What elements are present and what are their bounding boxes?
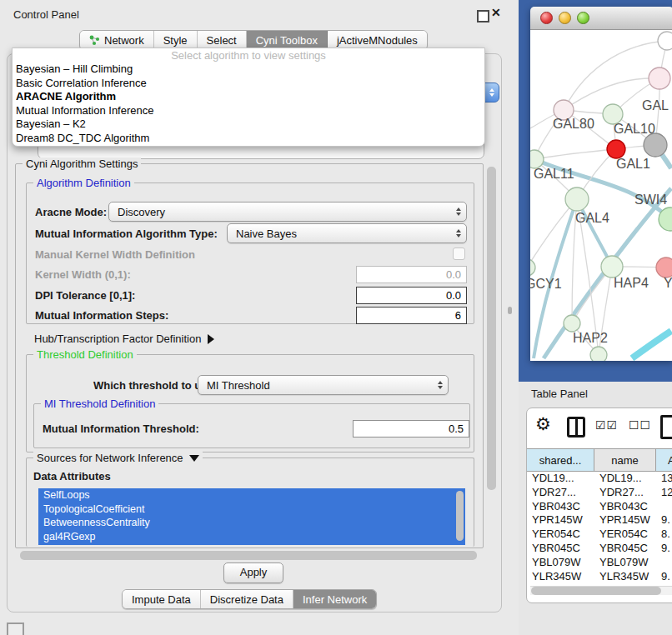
tab-style[interactable]: Style xyxy=(154,31,198,49)
settings-horizontal-scrollbar[interactable] xyxy=(15,551,482,560)
network-node[interactable] xyxy=(590,347,607,361)
table-row[interactable]: YBR045CYBR045C9. xyxy=(527,542,672,556)
network-canvas[interactable]: GALGAL80GAL10GAL1GAL11SWI4GAL4GCY1HAP4YH… xyxy=(530,30,672,361)
mi-threshold-field[interactable]: 0.5 xyxy=(353,420,469,438)
which-threshold-combobox[interactable]: MI Threshold xyxy=(198,375,449,395)
network-node-gal11[interactable] xyxy=(530,150,544,168)
table-cell: YER054C xyxy=(594,528,656,542)
algorithm-dropdown-placeholder: Select algorithm to view settings xyxy=(13,48,484,62)
table-row[interactable]: YER054CYER054C8. xyxy=(527,528,672,542)
attribute-list-item[interactable]: TopologicalCoefficient xyxy=(38,502,465,517)
tab-discretize-data[interactable]: Discretize Data xyxy=(201,590,293,608)
network-node-gal4[interactable] xyxy=(565,188,589,211)
table-row[interactable]: YBR043CYBR043C xyxy=(527,500,672,514)
settings-vertical-scrollbar[interactable] xyxy=(487,163,496,548)
node-label: GCY1 xyxy=(530,277,562,291)
algorithm-option[interactable]: Dream8 DC_TDC Algorithm xyxy=(13,132,484,146)
minimize-window-icon[interactable] xyxy=(559,12,571,24)
table-cell: 9 xyxy=(656,583,672,584)
checked-checkboxes-icon[interactable]: ☑☑ xyxy=(595,418,618,432)
aracne-mode-combobox[interactable]: Discovery xyxy=(108,202,467,222)
table-row[interactable]: YDR27...YDR27...12 xyxy=(527,486,672,500)
table-horizontal-scrollbar[interactable] xyxy=(530,586,672,595)
algorithm-option[interactable]: Mutual Information Inference xyxy=(13,104,484,118)
tab-infer-network[interactable]: Infer Network xyxy=(293,590,376,608)
aracne-mode-label: Aracne Mode: xyxy=(35,206,107,218)
network-node-hap4[interactable] xyxy=(601,256,623,278)
export-table-icon[interactable] xyxy=(660,415,672,439)
table-cell: 9. xyxy=(656,570,672,584)
network-node-hap2[interactable] xyxy=(564,315,580,332)
mi-threshold-definition-title: MI Threshold Definition xyxy=(41,398,158,410)
network-node[interactable] xyxy=(658,32,672,50)
dpi-tolerance-field[interactable]: 0.0 xyxy=(356,287,467,304)
mi-steps-field[interactable]: 6 xyxy=(356,307,467,324)
table-cell: YIL052C xyxy=(527,583,594,584)
float-window-icon[interactable] xyxy=(477,10,489,22)
hub-definition-expander[interactable]: Hub/Transcription Factor Definition xyxy=(34,332,214,345)
kernel-width-field[interactable]: 0.0 xyxy=(356,266,467,283)
algorithm-option-list: Bayesian – Hill ClimbingBasic Correlatio… xyxy=(13,62,484,145)
manual-kernel-width-checkbox[interactable] xyxy=(453,248,465,260)
table-row[interactable]: YPR145WYPR145W9. xyxy=(527,513,672,528)
network-node-gal1[interactable] xyxy=(607,140,625,158)
table-cell xyxy=(656,556,672,570)
algorithm-option[interactable]: Bayesian – K2 xyxy=(13,118,484,132)
network-edge[interactable] xyxy=(632,331,671,358)
unchecked-checkboxes-icon[interactable]: ☐☐ xyxy=(629,418,651,432)
tab-network[interactable]: Network xyxy=(80,31,154,49)
table-row[interactable]: YBL079WYBL079W xyxy=(527,556,672,570)
network-node[interactable] xyxy=(644,133,667,157)
algorithm-dropdown-popup: Select algorithm to view settings Bayesi… xyxy=(12,48,485,147)
network-edge[interactable] xyxy=(534,149,616,159)
algorithm-option[interactable]: Basic Correlation Inference xyxy=(13,77,484,91)
close-window-icon[interactable] xyxy=(540,12,553,24)
mi-algorithm-type-combobox[interactable]: Naive Bayes xyxy=(227,223,467,243)
attributes-scrollbar[interactable] xyxy=(456,491,464,541)
node-label: GAL80 xyxy=(553,117,594,131)
manual-kernel-width-label: Manual Kernel Width Definition xyxy=(35,248,195,261)
combo-arrows-icon xyxy=(456,229,461,238)
table-cell: YDL19... xyxy=(527,472,594,486)
column-header-name[interactable]: name xyxy=(594,448,656,472)
table-cell: YLR345W xyxy=(594,570,656,584)
algorithm-option[interactable]: Bayesian – Hill Climbing xyxy=(13,62,484,77)
tab-select[interactable]: Select xyxy=(198,31,247,49)
mi-algorithm-type-label: Mutual Information Algorithm Type: xyxy=(35,228,218,240)
column-header-shared-name[interactable]: shared... xyxy=(527,448,594,472)
table-cell: YPR145W xyxy=(594,513,656,528)
network-window-titlebar[interactable] xyxy=(530,7,672,30)
apply-button[interactable]: Apply xyxy=(223,562,283,583)
tab-cyni-toolbox[interactable]: Cyni Toolbox xyxy=(247,31,328,49)
network-node-gcy1[interactable] xyxy=(530,259,535,276)
algorithm-combobox-arrows-icon[interactable] xyxy=(484,82,499,102)
network-node-y[interactable] xyxy=(656,258,672,278)
close-icon[interactable]: ✕ xyxy=(491,6,501,19)
algorithm-option[interactable]: ARACNE Algorithm xyxy=(13,90,484,104)
gear-icon[interactable]: ⚙ xyxy=(535,413,551,435)
tab-impute-data[interactable]: Impute Data xyxy=(123,590,201,608)
table-row[interactable]: YLR345WYLR345W9. xyxy=(527,570,672,584)
splitter-handle[interactable] xyxy=(508,307,512,314)
cyni-bottom-tabbar: Impute Data Discretize Data Infer Networ… xyxy=(122,589,377,609)
attribute-list-item[interactable]: SelfLoops xyxy=(38,488,465,502)
tab-jactivemnodules[interactable]: jActiveMNodules xyxy=(328,31,427,49)
data-attributes-list[interactable]: SelfLoopsTopologicalCoefficientBetweenne… xyxy=(38,488,465,545)
attribute-list-item[interactable]: BetweennessCentrality xyxy=(38,516,465,530)
kernel-width-label: Kernel Width (0,1): xyxy=(35,268,131,281)
show-columns-icon[interactable] xyxy=(567,417,585,438)
expand-right-icon xyxy=(208,334,214,344)
table-row[interactable]: YIL052CYIL052C9 xyxy=(527,583,672,584)
zoom-window-icon[interactable] xyxy=(577,12,589,24)
threshold-definition-group: Threshold Definition Which threshold to … xyxy=(26,354,474,452)
column-header-partial[interactable]: A xyxy=(656,448,672,472)
node-label: HAP4 xyxy=(614,276,649,290)
table-row[interactable]: YDL19...YDL19...13 xyxy=(527,472,672,486)
node-label: GAL xyxy=(642,98,669,112)
network-edge[interactable] xyxy=(530,199,577,268)
sources-title-row[interactable]: Sources for Network Inference xyxy=(33,452,203,464)
network-node-gal[interactable] xyxy=(649,68,670,89)
collapsed-panel-icon[interactable] xyxy=(7,622,24,635)
table-body: YDL19...YDL19...13YDR27...YDR27...12YBR0… xyxy=(527,472,672,584)
attribute-list-item[interactable]: gal4RGexp xyxy=(38,530,465,544)
